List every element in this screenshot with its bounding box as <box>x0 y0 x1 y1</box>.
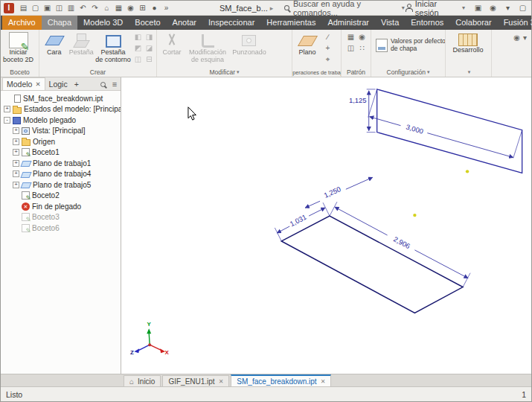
cortar-button[interactable]: Cortar <box>158 31 185 57</box>
ribbon-tab-colaborar[interactable]: Colaborar <box>449 16 497 30</box>
expand-toggle-icon[interactable]: + <box>13 127 19 134</box>
home-view-icon[interactable]: ⌂ <box>101 2 112 14</box>
inventor-logo[interactable]: I <box>4 3 14 13</box>
scs-icon[interactable]: ⌖ <box>322 54 333 65</box>
browser-tab-modelo[interactable]: Modelo✕ <box>2 77 45 90</box>
extras-caret-icon[interactable]: ▾ <box>523 34 527 42</box>
expand-toggle-icon[interactable]: + <box>13 149 19 156</box>
ribbon-tab-inspeccionar[interactable]: Inspeccionar <box>202 16 260 30</box>
expand-toggle-icon[interactable]: + <box>13 138 19 145</box>
document-tab-gif_enu1-ipt[interactable]: GIF_ENU1.ipt✕ <box>162 375 229 386</box>
tree-item[interactable]: SM_face_breakdown.ipt <box>1 93 121 104</box>
toolbar-overflow-icon[interactable]: » <box>161 2 172 14</box>
new-file-icon[interactable]: ▢ <box>30 2 41 14</box>
app-store-icon[interactable]: ▣ <box>472 2 484 14</box>
ribbon-tab-vista[interactable]: Vista <box>375 16 405 30</box>
work-point[interactable] <box>466 170 469 173</box>
folded-model-geometry[interactable] <box>281 89 522 313</box>
tree-item[interactable]: Boceto2 <box>1 191 121 202</box>
eje-icon[interactable]: ∕ <box>322 31 333 42</box>
print-icon[interactable]: ▥ <box>65 2 77 14</box>
pestana-button[interactable]: Pestaña <box>68 31 95 57</box>
notifications-icon[interactable]: ◉ <box>487 2 499 14</box>
redo-icon[interactable]: ↷ <box>89 2 100 14</box>
expand-toggle-icon[interactable]: + <box>13 170 19 177</box>
ribbon-tab-chapa[interactable]: Chapa <box>42 16 77 30</box>
tree-item[interactable]: +Plano de trabajo1 <box>1 158 121 169</box>
plano-button[interactable]: Plano <box>294 31 321 57</box>
valores-defecto-chapa-button[interactable]: Valores por defecto de chapa <box>376 38 446 52</box>
ribbon-tab-anotar[interactable]: Anotar <box>167 16 202 30</box>
patron-circular-icon[interactable]: ◉ <box>356 31 368 42</box>
browser-menu-icon[interactable]: ≡ <box>109 80 121 89</box>
appearance-icon[interactable]: ◉ <box>125 2 136 14</box>
expand-toggle-icon[interactable]: + <box>13 160 19 167</box>
vertical-face[interactable] <box>377 89 522 173</box>
dimension-offset[interactable]: 1,250 <box>323 185 342 200</box>
add-browser-tab-button[interactable]: + <box>71 77 82 90</box>
tree-item[interactable]: Boceto6 <box>1 223 121 234</box>
close-tab-icon[interactable]: ✕ <box>35 80 40 88</box>
measure-icon[interactable]: ⊞ <box>137 2 148 14</box>
derivar-icon[interactable]: ⊟ <box>144 54 155 65</box>
record-icon[interactable]: ● <box>149 2 160 14</box>
simetria-icon[interactable]: ◫ <box>345 42 356 54</box>
doblez-icon[interactable]: ◧ <box>132 31 144 42</box>
browser-tab-logic[interactable]: Logic <box>45 77 71 90</box>
work-point[interactable] <box>413 214 416 217</box>
patron-rectangular-icon[interactable]: ▦ <box>345 31 356 42</box>
ribbon-tab-administrar[interactable]: Administrar <box>321 16 375 30</box>
expand-toggle-icon[interactable]: + <box>13 182 19 188</box>
desgarro-icon[interactable]: ◫ <box>132 54 144 65</box>
document-tab-inicio[interactable]: ⌂Inicio <box>124 375 161 386</box>
expand-toggle-icon[interactable]: + <box>4 106 10 112</box>
panel-caption[interactable]: ▾ <box>446 68 491 77</box>
model-canvas[interactable]: 1,125 3,000 1,250 1,031 <box>121 77 531 374</box>
cara-button[interactable]: Cara <box>41 31 68 57</box>
panel-caption[interactable]: Modificar▾ <box>157 68 292 77</box>
sign-in-button[interactable]: Iniciar sesión ▾ <box>405 0 465 17</box>
plegado-icon[interactable]: ◪ <box>144 42 155 54</box>
dimension-length[interactable]: 2,906 <box>392 234 411 250</box>
tree-item[interactable]: +Plano de trabajo4 <box>1 169 121 180</box>
dimension-width[interactable]: 3,000 <box>406 123 425 135</box>
ayuda-rapida-icon[interactable]: ◉ <box>513 34 520 42</box>
tree-item[interactable]: +Boceto1 <box>1 147 121 159</box>
ribbon-tab-boceto[interactable]: Boceto <box>129 16 166 30</box>
save-icon[interactable]: ◫ <box>54 2 65 14</box>
punzonado-button[interactable]: Punzonado <box>230 31 269 57</box>
pestana-contorno-button[interactable]: Pestaña de contorno <box>95 31 131 63</box>
tree-item[interactable]: +Origen <box>1 136 121 147</box>
ribbon-tab-modelo-3d[interactable]: Modelo 3D <box>77 16 129 30</box>
modificacion-esquina-button[interactable]: Modificación de esquina <box>185 31 230 63</box>
window-menu-caret-icon[interactable]: ▾ <box>502 2 513 14</box>
app-menu-icon[interactable]: ▤ <box>18 2 29 14</box>
close-document-icon[interactable]: ✕ <box>321 378 326 385</box>
punto-icon[interactable]: + <box>322 42 333 54</box>
document-tab-sm_face_breakdown-ipt[interactable]: SM_face_breakdown.ipt✕ <box>231 374 331 386</box>
pestana-laminada-icon[interactable]: ◩ <box>132 42 144 54</box>
close-document-icon[interactable]: ✕ <box>219 378 224 385</box>
dimension-height[interactable]: 1,125 <box>349 96 367 104</box>
open-file-icon[interactable]: ▣ <box>42 2 53 14</box>
tree-item[interactable]: Boceto3 <box>1 212 121 223</box>
command-search[interactable]: Buscar en ayuda y comandos... ▾ <box>284 0 404 17</box>
ribbon-tab-herramientas[interactable]: Herramientas <box>260 16 321 30</box>
desarrollo-button[interactable]: Desarrollo <box>447 31 489 54</box>
tree-item[interactable]: +Vista: [Principal] <box>1 126 121 137</box>
viewport[interactable]: 1,125 3,000 1,250 1,031 <box>121 77 531 374</box>
undo-icon[interactable]: ↶ <box>77 2 89 14</box>
start-2d-sketch-button[interactable]: Iniciar boceto 2D <box>2 31 34 63</box>
ribbon-tab-entornos[interactable]: Entornos <box>405 16 449 30</box>
panel-caption[interactable]: Configuración▾ <box>371 68 445 77</box>
expand-toggle-icon[interactable]: - <box>4 117 10 124</box>
tree-item[interactable]: -Modelo plegado <box>1 115 121 126</box>
reborde-icon[interactable]: ◨ <box>144 31 155 42</box>
patron-boceto-icon[interactable]: ∷ <box>356 42 368 54</box>
ribbon-tab-fusi-n-360[interactable]: Fusión 360 <box>498 16 532 30</box>
tree-item[interactable]: +Estados del modelo: [Principal] <box>1 104 121 115</box>
browser-search-icon[interactable] <box>97 80 109 89</box>
ribbon-tab-archivo[interactable]: Archivo <box>2 16 42 30</box>
tree-item[interactable]: +Plano de trabajo5 <box>1 179 121 191</box>
window-icon[interactable]: ▢ <box>517 2 528 14</box>
